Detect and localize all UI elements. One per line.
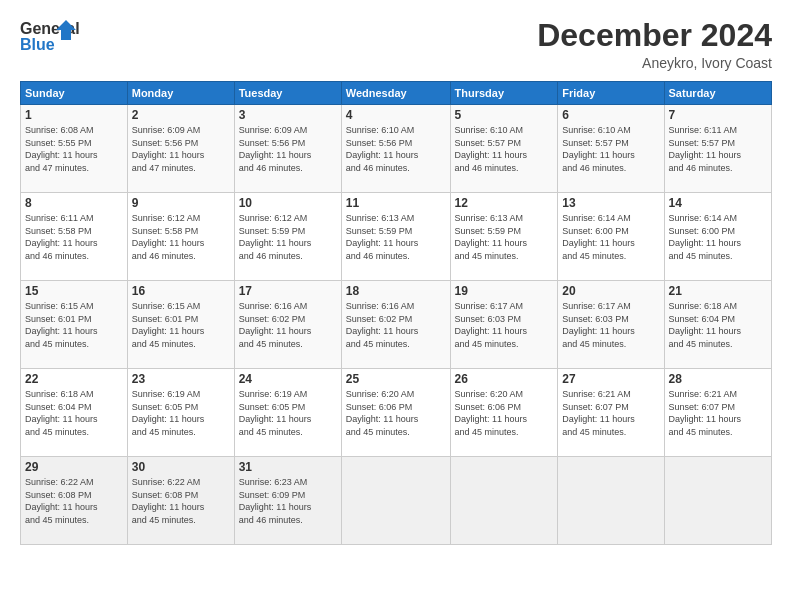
col-wednesday: Wednesday	[341, 82, 450, 105]
table-row: 5Sunrise: 6:10 AM Sunset: 5:57 PM Daylig…	[450, 105, 558, 193]
table-row: 23Sunrise: 6:19 AM Sunset: 6:05 PM Dayli…	[127, 369, 234, 457]
day-number: 29	[25, 460, 123, 474]
col-thursday: Thursday	[450, 82, 558, 105]
day-number: 15	[25, 284, 123, 298]
table-row: 8Sunrise: 6:11 AM Sunset: 5:58 PM Daylig…	[21, 193, 128, 281]
table-row: 11Sunrise: 6:13 AM Sunset: 5:59 PM Dayli…	[341, 193, 450, 281]
day-info: Sunrise: 6:22 AM Sunset: 6:08 PM Dayligh…	[132, 476, 230, 526]
day-number: 7	[669, 108, 767, 122]
day-info: Sunrise: 6:21 AM Sunset: 6:07 PM Dayligh…	[669, 388, 767, 438]
day-number: 21	[669, 284, 767, 298]
table-row: 3Sunrise: 6:09 AM Sunset: 5:56 PM Daylig…	[234, 105, 341, 193]
col-tuesday: Tuesday	[234, 82, 341, 105]
page: GeneralBlue General Blue December 2024 A…	[0, 0, 792, 612]
calendar-week-row: 22Sunrise: 6:18 AM Sunset: 6:04 PM Dayli…	[21, 369, 772, 457]
table-row: 24Sunrise: 6:19 AM Sunset: 6:05 PM Dayli…	[234, 369, 341, 457]
day-number: 2	[132, 108, 230, 122]
table-row: 9Sunrise: 6:12 AM Sunset: 5:58 PM Daylig…	[127, 193, 234, 281]
day-info: Sunrise: 6:19 AM Sunset: 6:05 PM Dayligh…	[132, 388, 230, 438]
table-row: 28Sunrise: 6:21 AM Sunset: 6:07 PM Dayli…	[664, 369, 771, 457]
day-info: Sunrise: 6:12 AM Sunset: 5:58 PM Dayligh…	[132, 212, 230, 262]
table-row	[558, 457, 664, 545]
day-info: Sunrise: 6:14 AM Sunset: 6:00 PM Dayligh…	[669, 212, 767, 262]
table-row: 14Sunrise: 6:14 AM Sunset: 6:00 PM Dayli…	[664, 193, 771, 281]
header: GeneralBlue General Blue December 2024 A…	[20, 18, 772, 71]
table-row	[664, 457, 771, 545]
table-row: 22Sunrise: 6:18 AM Sunset: 6:04 PM Dayli…	[21, 369, 128, 457]
calendar-week-row: 8Sunrise: 6:11 AM Sunset: 5:58 PM Daylig…	[21, 193, 772, 281]
title-block: December 2024 Aneykro, Ivory Coast	[537, 18, 772, 71]
day-info: Sunrise: 6:14 AM Sunset: 6:00 PM Dayligh…	[562, 212, 659, 262]
day-number: 24	[239, 372, 337, 386]
table-row: 18Sunrise: 6:16 AM Sunset: 6:02 PM Dayli…	[341, 281, 450, 369]
table-row: 25Sunrise: 6:20 AM Sunset: 6:06 PM Dayli…	[341, 369, 450, 457]
table-row: 16Sunrise: 6:15 AM Sunset: 6:01 PM Dayli…	[127, 281, 234, 369]
logo: GeneralBlue General Blue	[20, 18, 80, 54]
day-number: 27	[562, 372, 659, 386]
table-row: 10Sunrise: 6:12 AM Sunset: 5:59 PM Dayli…	[234, 193, 341, 281]
table-row: 31Sunrise: 6:23 AM Sunset: 6:09 PM Dayli…	[234, 457, 341, 545]
day-number: 25	[346, 372, 446, 386]
day-info: Sunrise: 6:11 AM Sunset: 5:57 PM Dayligh…	[669, 124, 767, 174]
day-info: Sunrise: 6:23 AM Sunset: 6:09 PM Dayligh…	[239, 476, 337, 526]
col-saturday: Saturday	[664, 82, 771, 105]
day-info: Sunrise: 6:15 AM Sunset: 6:01 PM Dayligh…	[132, 300, 230, 350]
day-info: Sunrise: 6:18 AM Sunset: 6:04 PM Dayligh…	[669, 300, 767, 350]
day-info: Sunrise: 6:13 AM Sunset: 5:59 PM Dayligh…	[455, 212, 554, 262]
col-sunday: Sunday	[21, 82, 128, 105]
table-row: 27Sunrise: 6:21 AM Sunset: 6:07 PM Dayli…	[558, 369, 664, 457]
svg-text:Blue: Blue	[20, 36, 55, 53]
day-info: Sunrise: 6:13 AM Sunset: 5:59 PM Dayligh…	[346, 212, 446, 262]
col-friday: Friday	[558, 82, 664, 105]
day-number: 31	[239, 460, 337, 474]
day-info: Sunrise: 6:17 AM Sunset: 6:03 PM Dayligh…	[455, 300, 554, 350]
table-row	[341, 457, 450, 545]
calendar-table: Sunday Monday Tuesday Wednesday Thursday…	[20, 81, 772, 545]
day-info: Sunrise: 6:16 AM Sunset: 6:02 PM Dayligh…	[346, 300, 446, 350]
day-info: Sunrise: 6:10 AM Sunset: 5:57 PM Dayligh…	[562, 124, 659, 174]
table-row: 20Sunrise: 6:17 AM Sunset: 6:03 PM Dayli…	[558, 281, 664, 369]
logo-icon: GeneralBlue	[20, 18, 80, 54]
table-row: 4Sunrise: 6:10 AM Sunset: 5:56 PM Daylig…	[341, 105, 450, 193]
day-info: Sunrise: 6:09 AM Sunset: 5:56 PM Dayligh…	[239, 124, 337, 174]
day-number: 11	[346, 196, 446, 210]
day-number: 28	[669, 372, 767, 386]
day-number: 6	[562, 108, 659, 122]
table-row: 1Sunrise: 6:08 AM Sunset: 5:55 PM Daylig…	[21, 105, 128, 193]
col-monday: Monday	[127, 82, 234, 105]
calendar-header-row: Sunday Monday Tuesday Wednesday Thursday…	[21, 82, 772, 105]
table-row: 29Sunrise: 6:22 AM Sunset: 6:08 PM Dayli…	[21, 457, 128, 545]
day-info: Sunrise: 6:16 AM Sunset: 6:02 PM Dayligh…	[239, 300, 337, 350]
day-number: 13	[562, 196, 659, 210]
calendar-week-row: 1Sunrise: 6:08 AM Sunset: 5:55 PM Daylig…	[21, 105, 772, 193]
day-info: Sunrise: 6:08 AM Sunset: 5:55 PM Dayligh…	[25, 124, 123, 174]
day-number: 8	[25, 196, 123, 210]
table-row: 15Sunrise: 6:15 AM Sunset: 6:01 PM Dayli…	[21, 281, 128, 369]
day-number: 3	[239, 108, 337, 122]
day-info: Sunrise: 6:17 AM Sunset: 6:03 PM Dayligh…	[562, 300, 659, 350]
table-row	[450, 457, 558, 545]
day-number: 30	[132, 460, 230, 474]
table-row: 19Sunrise: 6:17 AM Sunset: 6:03 PM Dayli…	[450, 281, 558, 369]
day-info: Sunrise: 6:22 AM Sunset: 6:08 PM Dayligh…	[25, 476, 123, 526]
location-subtitle: Aneykro, Ivory Coast	[537, 55, 772, 71]
day-number: 18	[346, 284, 446, 298]
day-number: 10	[239, 196, 337, 210]
day-info: Sunrise: 6:10 AM Sunset: 5:56 PM Dayligh…	[346, 124, 446, 174]
table-row: 21Sunrise: 6:18 AM Sunset: 6:04 PM Dayli…	[664, 281, 771, 369]
day-number: 1	[25, 108, 123, 122]
calendar-week-row: 29Sunrise: 6:22 AM Sunset: 6:08 PM Dayli…	[21, 457, 772, 545]
day-number: 23	[132, 372, 230, 386]
day-number: 14	[669, 196, 767, 210]
day-info: Sunrise: 6:10 AM Sunset: 5:57 PM Dayligh…	[455, 124, 554, 174]
day-info: Sunrise: 6:19 AM Sunset: 6:05 PM Dayligh…	[239, 388, 337, 438]
calendar-week-row: 15Sunrise: 6:15 AM Sunset: 6:01 PM Dayli…	[21, 281, 772, 369]
day-info: Sunrise: 6:20 AM Sunset: 6:06 PM Dayligh…	[455, 388, 554, 438]
day-number: 12	[455, 196, 554, 210]
day-number: 26	[455, 372, 554, 386]
day-info: Sunrise: 6:12 AM Sunset: 5:59 PM Dayligh…	[239, 212, 337, 262]
day-number: 22	[25, 372, 123, 386]
table-row: 13Sunrise: 6:14 AM Sunset: 6:00 PM Dayli…	[558, 193, 664, 281]
day-info: Sunrise: 6:09 AM Sunset: 5:56 PM Dayligh…	[132, 124, 230, 174]
table-row: 26Sunrise: 6:20 AM Sunset: 6:06 PM Dayli…	[450, 369, 558, 457]
